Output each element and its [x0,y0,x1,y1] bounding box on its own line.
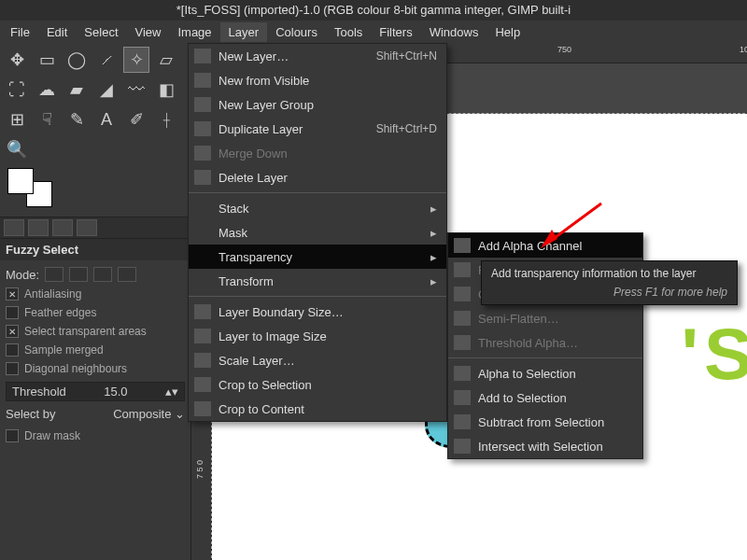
menu-transform[interactable]: Transform▸ [189,269,446,293]
mode-label: Mode: [6,268,39,282]
menu-new-from-visible[interactable]: New from Visible [189,68,446,92]
chevron-down-icon: ⌄ [175,407,185,421]
chevron-right-icon: ▸ [430,274,437,288]
menu-new-layer-group[interactable]: New Layer Group [189,92,446,117]
threshold-stepper-icon[interactable]: ▴▾ [165,385,178,399]
menu-image[interactable]: Image [169,22,219,42]
tool-options: Mode: Antialiasing Feather edges Select … [0,260,190,449]
dock-tab-3[interactable] [52,219,73,236]
selection-add-icon [454,390,471,405]
diag-neighbours-check[interactable] [6,362,19,375]
merge-icon [194,146,211,161]
delete-icon [194,170,211,185]
menu-separator [189,296,446,297]
duplicate-icon [194,121,211,136]
resize-icon [194,304,211,319]
tool-crop[interactable]: ▱ [153,47,179,73]
dock-tab-4[interactable] [77,219,97,236]
antialias-label: Antialiasing [24,287,81,301]
feather-label: Feather edges [24,306,96,319]
tool-clone[interactable]: ⊞ [4,106,30,133]
menu-layer-to-image[interactable]: Layer to Image Size [189,324,446,348]
menu-layer-boundary[interactable]: Layer Boundary Size… [189,300,446,324]
layer-menu-dropdown: New Layer…Shift+Ctrl+N New from Visible … [188,43,447,422]
menu-alpha-to-selection[interactable]: Alpha to Selection [448,361,642,385]
tool-move[interactable]: ✥ [4,47,30,73]
sample-merged-label: Sample merged [24,343,104,357]
menu-file[interactable]: File [2,22,38,42]
tool-paintbrush[interactable]: 〰 [123,77,149,103]
dock-tab-2[interactable] [28,219,49,236]
draw-mask-label: Draw mask [24,429,80,442]
tool-smudge[interactable]: ☟ [34,106,60,133]
menu-mask[interactable]: Mask▸ [189,220,446,245]
tool-measure[interactable]: ⟊ [153,106,179,133]
sel-trans-check[interactable] [6,325,19,338]
draw-mask-check[interactable] [6,429,19,442]
menu-windows[interactable]: Windows [421,22,487,42]
menu-crop-selection[interactable]: Crop to Selection [189,372,446,397]
crop-icon [194,377,211,392]
tool-bucket[interactable]: ▰ [63,77,90,103]
window-title: *[Its_FOSS] (imported)-1.0 (RGB colour 8… [0,0,747,21]
fg-colour[interactable] [7,168,34,194]
tool-text[interactable]: A [93,106,120,133]
ruler-h-mark: 1000 [740,45,747,54]
chevron-right-icon: ▸ [430,226,437,240]
select-by-dropdown[interactable]: Composite ⌄ [113,407,185,421]
dock-tab-1[interactable] [4,219,24,236]
menu-edit[interactable]: Edit [38,22,76,42]
menu-select[interactable]: Select [76,22,126,42]
tool-path[interactable]: ✎ [63,106,90,133]
mode-intersect[interactable] [118,267,136,282]
menu-scale-layer[interactable]: Scale Layer… [189,348,446,372]
new-layer-icon [194,49,211,63]
menu-view[interactable]: View [127,22,170,42]
menu-semi-flatten: Semi-Flatten… [448,306,642,330]
tool-fuzzy-select[interactable]: ✧ [123,47,149,73]
menu-merge-down: Merge Down [189,141,446,165]
mode-add[interactable] [69,267,88,282]
tool-eraser[interactable]: ◧ [153,77,179,103]
tool-free-select[interactable]: ⟋ [93,47,120,73]
tool-gradient[interactable]: ◢ [93,77,120,103]
tool-zoom[interactable]: 🔍 [4,136,30,162]
menu-duplicate-layer[interactable]: Duplicate LayerShift+Ctrl+D [189,117,446,141]
menu-new-layer[interactable]: New Layer…Shift+Ctrl+N [189,44,446,68]
colour-swatches[interactable] [7,168,52,207]
menu-stack[interactable]: Stack▸ [189,196,446,220]
selection-icon [454,366,471,381]
mode-subtract[interactable] [93,267,112,282]
feather-check[interactable] [6,306,19,319]
chevron-right-icon: ▸ [430,202,437,216]
menu-transparency[interactable]: Transparency▸ [189,245,446,269]
antialias-check[interactable] [6,287,19,301]
menu-add-alpha[interactable]: Add Alpha Channel [448,233,642,258]
select-by-label: Select by [6,407,55,421]
menu-add-to-selection[interactable]: Add to Selection [448,385,642,410]
image-text: 'S [681,312,747,397]
menu-help[interactable]: Help [486,22,529,42]
threshold-value[interactable]: 15.0 [104,385,127,399]
menu-crop-content[interactable]: Crop to Content [189,397,446,421]
tool-ellipse-select[interactable]: ◯ [63,47,90,73]
tool-rect-select[interactable]: ▭ [34,47,60,73]
menu-intersect-selection[interactable]: Intersect with Selection [448,434,642,458]
menu-tools[interactable]: Tools [326,22,371,42]
tool-warp[interactable]: ☁ [34,77,60,103]
tooltip-hint: Press F1 for more help [491,286,727,299]
sample-merged-check[interactable] [6,343,19,357]
tool-transform[interactable]: ⛶ [4,77,30,103]
checker-icon [454,238,471,253]
diag-neighbours-label: Diagonal neighbours [24,362,127,375]
ruler-h-mark: 750 [557,45,571,54]
menu-delete-layer[interactable]: Delete Layer [189,165,446,189]
tool-colour-picker[interactable]: ✐ [123,106,149,133]
layer-group-icon [194,97,211,112]
menu-filters[interactable]: Filters [371,22,420,42]
menu-colours[interactable]: Colours [267,22,326,42]
chevron-right-icon: ▸ [430,250,437,264]
menu-layer[interactable]: Layer [220,22,268,42]
menu-subtract-selection[interactable]: Subtract from Selection [448,410,642,434]
mode-replace[interactable] [45,267,63,282]
